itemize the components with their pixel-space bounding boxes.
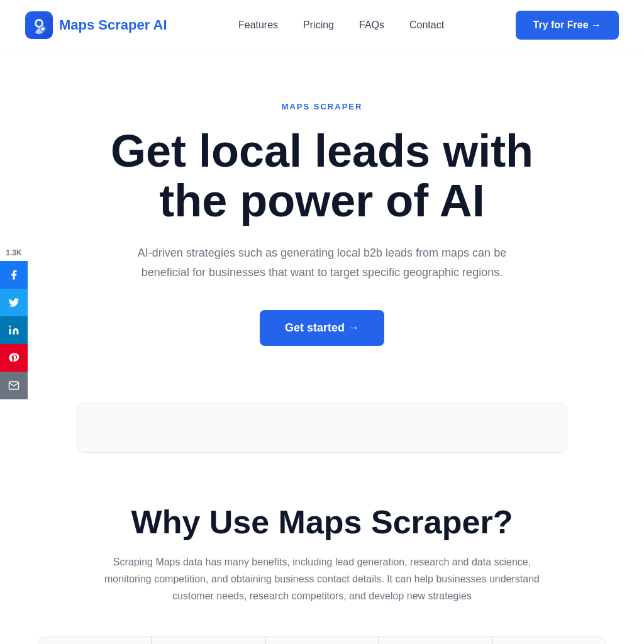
stats-grid: 16M+ 16M+ 1.3M+ 2.5M+ 650K+ bbox=[38, 636, 606, 644]
hero-badge: MAPS SCRAPER bbox=[282, 102, 363, 111]
stat-card-1: 16M+ bbox=[38, 636, 152, 644]
why-subtitle: Scraping Maps data has many benefits, in… bbox=[102, 553, 542, 605]
nav-pricing[interactable]: Pricing bbox=[303, 19, 334, 31]
pinterest-share-button[interactable] bbox=[0, 344, 28, 372]
logo-link[interactable]: Maps Scraper AI bbox=[25, 11, 167, 39]
svg-point-4 bbox=[9, 326, 11, 328]
get-started-button[interactable]: Get started → bbox=[260, 310, 384, 346]
stat-card-4: 2.5M+ bbox=[379, 636, 492, 644]
linkedin-icon bbox=[8, 325, 19, 336]
email-icon bbox=[8, 380, 19, 391]
stat-card-2: 16M+ bbox=[152, 636, 265, 644]
logo-svg bbox=[30, 16, 48, 34]
twitter-icon bbox=[8, 297, 19, 308]
try-for-free-button[interactable]: Try for Free → bbox=[516, 11, 619, 40]
hero-image bbox=[77, 402, 567, 453]
twitter-share-button[interactable] bbox=[0, 289, 28, 316]
navbar: Maps Scraper AI Features Pricing FAQs Co… bbox=[0, 0, 644, 50]
hero-section: MAPS SCRAPER Get local leads with the po… bbox=[39, 50, 605, 371]
why-section: Why Use Maps Scraper? Scraping Maps data… bbox=[0, 453, 644, 644]
why-title: Why Use Maps Scraper? bbox=[25, 503, 619, 541]
logo-text: Maps Scraper AI bbox=[59, 17, 167, 33]
facebook-icon bbox=[8, 269, 19, 280]
email-share-button[interactable] bbox=[0, 372, 28, 399]
nav-links: Features Pricing FAQs Contact bbox=[238, 19, 444, 31]
stat-card-5: 650K+ bbox=[492, 636, 606, 644]
facebook-share-button[interactable] bbox=[0, 261, 28, 289]
hero-subtitle: AI-driven strategies such as generating … bbox=[127, 243, 517, 282]
svg-point-1 bbox=[36, 21, 42, 26]
stat-card-3: 1.3M+ bbox=[265, 636, 379, 644]
pinterest-icon bbox=[8, 352, 19, 364]
nav-contact[interactable]: Contact bbox=[409, 19, 444, 31]
logo-icon bbox=[25, 11, 53, 39]
linkedin-share-button[interactable] bbox=[0, 316, 28, 344]
svg-point-3 bbox=[42, 27, 45, 30]
social-sidebar: 1.3K bbox=[0, 245, 28, 399]
nav-features[interactable]: Features bbox=[238, 19, 278, 31]
hero-title: Get local leads with the power of AI bbox=[64, 126, 580, 226]
nav-faqs[interactable]: FAQs bbox=[359, 19, 384, 31]
social-count: 1.3K bbox=[1, 245, 26, 261]
